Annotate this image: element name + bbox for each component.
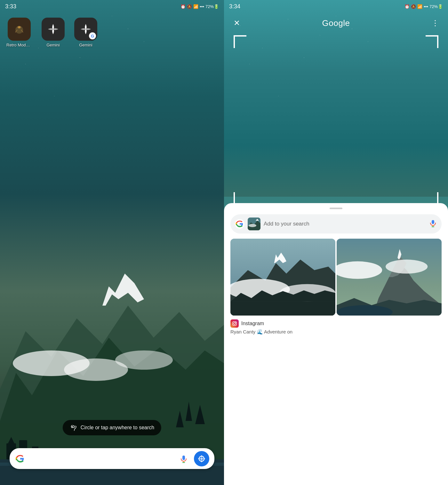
svg-point-46	[249, 224, 256, 227]
status-bar-right: 3:34 ⏰ 🔕 📶 ▪▪▪ 72%🔋	[224, 0, 448, 13]
alarm-icon-right: ⏰	[404, 4, 410, 9]
mute-icon-right: 🔕	[411, 4, 416, 9]
lens-hint-pill: Circle or tap anywhere to search	[63, 420, 161, 435]
lens-hint-text: Circle or tap anywhere to search	[81, 425, 154, 431]
result-image-right[interactable]	[337, 239, 442, 316]
gemini2-icon-label: Gemini	[79, 43, 92, 47]
retro-icon-bg	[8, 18, 31, 41]
mic-icon-left	[179, 454, 188, 463]
close-button-right[interactable]: ✕	[230, 17, 243, 29]
header-title-right: Google	[322, 18, 350, 28]
google-logo-sheet	[235, 219, 244, 229]
mic-button-left[interactable]	[178, 453, 189, 464]
mountain-background-svg	[0, 0, 224, 485]
instagram-logo	[232, 321, 237, 326]
signal-icon-right: ▪▪▪	[424, 4, 428, 9]
mic-button-sheet[interactable]	[429, 219, 437, 229]
app-icon-retro[interactable]: Retro Mode - Ne...	[6, 18, 32, 47]
svg-point-26	[200, 457, 203, 460]
lens-viewfinder	[234, 35, 438, 205]
lens-icon-left	[197, 454, 206, 463]
source-name: Instagram	[241, 321, 264, 326]
svg-point-17	[18, 26, 20, 28]
status-bar-left: 3:33 ⏰ 🔕 📶 ▪▪▪ 72%🔋	[0, 0, 224, 13]
battery-icon: 72%🔋	[205, 4, 219, 9]
time-left: 3:33	[5, 3, 16, 10]
app-icon-gemini-1[interactable]: Gemini	[42, 18, 65, 47]
status-icons-right: ⏰ 🔕 📶 ▪▪▪ 72%🔋	[404, 4, 443, 9]
signal-icon: ▪▪▪	[200, 4, 204, 9]
google-header-right: ✕ Google ⋮	[224, 13, 448, 33]
gemini1-icon-label: Gemini	[46, 43, 60, 47]
gemini2-icon-bg: G	[74, 18, 97, 41]
google-logo-left	[15, 453, 26, 464]
search-placeholder-sheet: Add to your search	[264, 221, 426, 227]
svg-marker-2	[102, 274, 144, 306]
svg-point-66	[234, 323, 236, 325]
source-row: Instagram	[230, 319, 442, 328]
search-thumbnail	[248, 218, 260, 230]
alarm-icon: ⏰	[180, 4, 186, 9]
left-panel: 3:33 ⏰ 🔕 📶 ▪▪▪ 72%🔋 Retro Mode - Ne...	[0, 0, 224, 485]
battery-icon-right: 72%🔋	[429, 4, 443, 9]
svg-rect-47	[432, 220, 434, 224]
more-button-right[interactable]: ⋮	[429, 17, 442, 29]
svg-point-20	[73, 426, 75, 428]
bottom-sheet: Add to your search	[224, 203, 448, 485]
sheet-handle	[330, 208, 342, 209]
source-caption: Ryan Canty 🌊 Adventure on	[230, 329, 442, 335]
corner-tr	[426, 35, 438, 48]
wifi-icon: 📶	[193, 4, 198, 9]
right-panel: 3:34 ⏰ 🔕 📶 ▪▪▪ 72%🔋 ✕ Google ⋮	[224, 0, 448, 485]
svg-rect-55	[230, 302, 335, 316]
svg-point-67	[236, 322, 236, 323]
status-icons-left: ⏰ 🔕 📶 ▪▪▪ 72%🔋	[180, 4, 219, 9]
svg-point-62	[386, 259, 428, 274]
svg-rect-22	[182, 456, 185, 460]
search-bar-left[interactable]	[10, 448, 214, 469]
mic-icon-sheet	[429, 219, 437, 227]
mute-icon: 🔕	[187, 4, 192, 9]
corner-tl	[234, 35, 246, 48]
svg-point-5	[115, 350, 173, 370]
instagram-icon	[230, 319, 239, 328]
lens-button-left[interactable]	[194, 451, 209, 466]
result-image-left[interactable]	[230, 239, 335, 316]
time-right: 3:34	[229, 3, 240, 10]
lens-gesture-icon	[70, 424, 77, 432]
wifi-icon-right: 📶	[417, 4, 422, 9]
app-icon-gemini-2[interactable]: G Gemini	[74, 18, 97, 47]
result-images-grid	[230, 239, 442, 316]
gemini1-icon-bg	[42, 18, 65, 41]
retro-icon-label: Retro Mode - Ne...	[6, 43, 32, 47]
app-icons-row: Retro Mode - Ne... Gemini G Gemini	[6, 18, 97, 47]
sheet-search-bar[interactable]: Add to your search	[230, 214, 442, 234]
